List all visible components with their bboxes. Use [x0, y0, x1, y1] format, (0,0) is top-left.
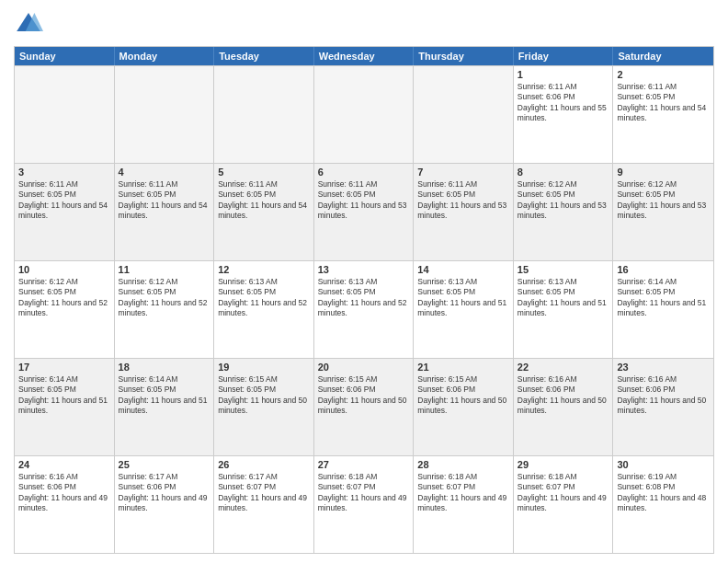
cell-info: Sunrise: 6:11 AMSunset: 6:05 PMDaylight:… — [617, 82, 710, 124]
calendar-cell: 16Sunrise: 6:14 AMSunset: 6:05 PMDayligh… — [613, 261, 713, 358]
cell-info: Sunrise: 6:18 AMSunset: 6:07 PMDaylight:… — [417, 472, 509, 514]
day-number: 6 — [318, 167, 410, 178]
day-number: 21 — [417, 362, 509, 373]
cell-info: Sunrise: 6:13 AMSunset: 6:05 PMDaylight:… — [518, 277, 609, 319]
day-number: 8 — [518, 167, 609, 178]
cell-info: Sunrise: 6:11 AMSunset: 6:05 PMDaylight:… — [417, 179, 509, 222]
day-number: 3 — [18, 167, 110, 178]
header-cell-thursday: Thursday — [414, 47, 514, 65]
cell-info: Sunrise: 6:15 AMSunset: 6:05 PMDaylight:… — [218, 374, 310, 417]
calendar-cell: 12Sunrise: 6:13 AMSunset: 6:05 PMDayligh… — [214, 261, 314, 358]
day-number: 29 — [518, 459, 609, 470]
cell-info: Sunrise: 6:16 AMSunset: 6:06 PMDaylight:… — [617, 374, 710, 417]
calendar-row-5: 24Sunrise: 6:16 AMSunset: 6:06 PMDayligh… — [15, 455, 713, 553]
calendar-row-4: 17Sunrise: 6:14 AMSunset: 6:05 PMDayligh… — [15, 358, 713, 455]
header-cell-friday: Friday — [514, 47, 614, 65]
calendar-cell: 7Sunrise: 6:11 AMSunset: 6:05 PMDaylight… — [414, 164, 514, 260]
cell-info: Sunrise: 6:19 AMSunset: 6:08 PMDaylight:… — [617, 472, 710, 514]
cell-info: Sunrise: 6:15 AMSunset: 6:06 PMDaylight:… — [318, 374, 410, 417]
cell-info: Sunrise: 6:16 AMSunset: 6:06 PMDaylight:… — [518, 374, 609, 417]
calendar-cell: 18Sunrise: 6:14 AMSunset: 6:05 PMDayligh… — [115, 359, 215, 455]
calendar-cell: 22Sunrise: 6:16 AMSunset: 6:06 PMDayligh… — [514, 359, 614, 455]
day-number: 14 — [417, 264, 509, 275]
cell-info: Sunrise: 6:11 AMSunset: 6:05 PMDaylight:… — [318, 179, 410, 222]
header — [14, 9, 714, 39]
cell-info: Sunrise: 6:11 AMSunset: 6:05 PMDaylight:… — [119, 179, 210, 222]
cell-info: Sunrise: 6:13 AMSunset: 6:05 PMDaylight:… — [218, 277, 310, 319]
calendar-cell: 9Sunrise: 6:12 AMSunset: 6:05 PMDaylight… — [613, 164, 713, 260]
cell-info: Sunrise: 6:11 AMSunset: 6:06 PMDaylight:… — [518, 82, 609, 124]
calendar-cell: 23Sunrise: 6:16 AMSunset: 6:06 PMDayligh… — [613, 359, 713, 455]
cell-info: Sunrise: 6:13 AMSunset: 6:05 PMDaylight:… — [318, 277, 410, 319]
day-number: 24 — [18, 459, 110, 470]
calendar-cell: 8Sunrise: 6:12 AMSunset: 6:05 PMDaylight… — [514, 164, 614, 260]
cell-info: Sunrise: 6:18 AMSunset: 6:07 PMDaylight:… — [518, 472, 609, 514]
calendar-cell — [115, 66, 215, 163]
calendar-cell: 26Sunrise: 6:17 AMSunset: 6:07 PMDayligh… — [214, 456, 314, 553]
logo-icon — [14, 9, 43, 39]
calendar-cell: 28Sunrise: 6:18 AMSunset: 6:07 PMDayligh… — [414, 456, 514, 553]
header-cell-monday: Monday — [115, 47, 215, 65]
calendar-cell: 13Sunrise: 6:13 AMSunset: 6:05 PMDayligh… — [314, 261, 415, 358]
day-number: 5 — [218, 167, 310, 178]
cell-info: Sunrise: 6:12 AMSunset: 6:05 PMDaylight:… — [119, 277, 210, 319]
calendar-cell — [314, 66, 415, 163]
calendar-cell: 11Sunrise: 6:12 AMSunset: 6:05 PMDayligh… — [115, 261, 215, 358]
cell-info: Sunrise: 6:14 AMSunset: 6:05 PMDaylight:… — [617, 277, 710, 319]
calendar-cell: 21Sunrise: 6:15 AMSunset: 6:06 PMDayligh… — [414, 359, 514, 455]
header-cell-sunday: Sunday — [15, 47, 115, 65]
calendar-row-3: 10Sunrise: 6:12 AMSunset: 6:05 PMDayligh… — [15, 260, 713, 358]
calendar-cell — [214, 66, 314, 163]
calendar-cell: 2Sunrise: 6:11 AMSunset: 6:05 PMDaylight… — [613, 66, 713, 163]
calendar-body: 1Sunrise: 6:11 AMSunset: 6:06 PMDaylight… — [15, 65, 713, 553]
calendar-cell: 14Sunrise: 6:13 AMSunset: 6:05 PMDayligh… — [414, 261, 514, 358]
day-number: 18 — [119, 362, 210, 373]
calendar-cell: 5Sunrise: 6:11 AMSunset: 6:05 PMDaylight… — [214, 164, 314, 260]
cell-info: Sunrise: 6:12 AMSunset: 6:05 PMDaylight:… — [617, 179, 710, 222]
cell-info: Sunrise: 6:17 AMSunset: 6:06 PMDaylight:… — [119, 472, 210, 514]
day-number: 15 — [518, 264, 609, 275]
header-cell-tuesday: Tuesday — [214, 47, 314, 65]
cell-info: Sunrise: 6:17 AMSunset: 6:07 PMDaylight:… — [218, 472, 310, 514]
calendar-cell: 19Sunrise: 6:15 AMSunset: 6:05 PMDayligh… — [214, 359, 314, 455]
calendar-cell — [15, 66, 115, 163]
day-number: 10 — [18, 264, 110, 275]
day-number: 16 — [617, 264, 710, 275]
day-number: 23 — [617, 362, 710, 373]
calendar-cell: 25Sunrise: 6:17 AMSunset: 6:06 PMDayligh… — [115, 456, 215, 553]
cell-info: Sunrise: 6:16 AMSunset: 6:06 PMDaylight:… — [18, 472, 110, 514]
header-cell-saturday: Saturday — [613, 47, 713, 65]
page: SundayMondayTuesdayWednesdayThursdayFrid… — [0, 0, 728, 563]
calendar-cell: 6Sunrise: 6:11 AMSunset: 6:05 PMDaylight… — [314, 164, 415, 260]
calendar-cell: 27Sunrise: 6:18 AMSunset: 6:07 PMDayligh… — [314, 456, 415, 553]
day-number: 11 — [119, 264, 210, 275]
day-number: 13 — [318, 264, 410, 275]
day-number: 4 — [119, 167, 210, 178]
calendar-cell: 10Sunrise: 6:12 AMSunset: 6:05 PMDayligh… — [15, 261, 115, 358]
day-number: 19 — [218, 362, 310, 373]
day-number: 2 — [617, 69, 710, 80]
cell-info: Sunrise: 6:11 AMSunset: 6:05 PMDaylight:… — [218, 179, 310, 222]
day-number: 1 — [518, 69, 609, 80]
cell-info: Sunrise: 6:14 AMSunset: 6:05 PMDaylight:… — [18, 374, 110, 417]
day-number: 26 — [218, 459, 310, 470]
calendar-header: SundayMondayTuesdayWednesdayThursdayFrid… — [15, 47, 713, 65]
cell-info: Sunrise: 6:13 AMSunset: 6:05 PMDaylight:… — [417, 277, 509, 319]
calendar-cell: 4Sunrise: 6:11 AMSunset: 6:05 PMDaylight… — [115, 164, 215, 260]
day-number: 20 — [318, 362, 410, 373]
day-number: 17 — [18, 362, 110, 373]
cell-info: Sunrise: 6:15 AMSunset: 6:06 PMDaylight:… — [417, 374, 509, 417]
day-number: 28 — [417, 459, 509, 470]
day-number: 12 — [218, 264, 310, 275]
day-number: 7 — [417, 167, 509, 178]
day-number: 30 — [617, 459, 710, 470]
calendar-cell — [414, 66, 514, 163]
calendar-cell: 20Sunrise: 6:15 AMSunset: 6:06 PMDayligh… — [314, 359, 415, 455]
calendar-cell: 30Sunrise: 6:19 AMSunset: 6:08 PMDayligh… — [613, 456, 713, 553]
day-number: 25 — [119, 459, 210, 470]
cell-info: Sunrise: 6:11 AMSunset: 6:05 PMDaylight:… — [18, 179, 110, 222]
calendar-cell: 17Sunrise: 6:14 AMSunset: 6:05 PMDayligh… — [15, 359, 115, 455]
calendar-cell: 15Sunrise: 6:13 AMSunset: 6:05 PMDayligh… — [514, 261, 614, 358]
logo — [14, 9, 47, 39]
calendar-row-1: 1Sunrise: 6:11 AMSunset: 6:06 PMDaylight… — [15, 65, 713, 163]
